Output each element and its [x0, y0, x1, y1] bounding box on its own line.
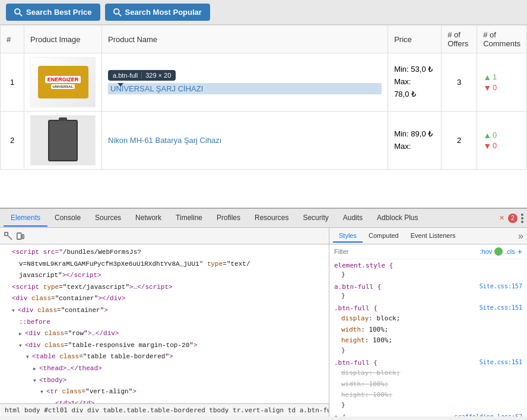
breadcrumb: html body #ctl01 div div table.table.tab…	[0, 403, 329, 416]
tooltip-size: 329 × 20	[145, 72, 171, 79]
style-close-brace: }	[334, 401, 522, 409]
styles-filter-input[interactable]	[334, 248, 478, 255]
product-image-2	[24, 112, 102, 170]
svg-line-3	[118, 13, 120, 15]
element-line[interactable]: javascript"></script>	[0, 270, 329, 282]
element-line[interactable]: ::before	[0, 317, 329, 329]
col-header-price: Price	[388, 26, 442, 53]
devtools-tabbar: Elements Console Sources Network Timelin…	[0, 209, 527, 228]
style-close-brace: }	[334, 292, 522, 300]
table-row: 2 Nikon MH-61 Batarya Şarj Cihazı Min: 8…	[1, 112, 527, 170]
tab-profiles[interactable]: Profiles	[209, 210, 247, 227]
elements-panel: <script src="/bundles/WebFormsJs? v=N8tv…	[0, 228, 329, 416]
style-selector: .btn-full { Site.css:151	[334, 304, 522, 312]
element-line[interactable]: v=N8tvmL9KraMLGAMFuPycfH3pXe6uU1RXdhtYv8…	[0, 259, 329, 271]
svg-point-0	[15, 8, 20, 14]
style-selector: a.btn-full { Site.css:157	[334, 283, 522, 291]
tab-styles[interactable]: Styles	[333, 230, 363, 243]
vote-up-2: ▲ 0	[483, 131, 497, 140]
styles-content: element.style { } a.btn-full { Site.css:…	[329, 259, 527, 416]
style-rule: height: 100%;	[334, 335, 522, 346]
product-image-1: ENERGIZER UNIVERSAL	[24, 53, 102, 112]
element-line[interactable]: <div class="container">	[0, 305, 329, 317]
tooltip-box: a.btn-full 329 × 20	[108, 70, 176, 81]
col-header-name: Product Name	[102, 26, 388, 53]
product-name-link-1[interactable]: UNİVERSAL ŞARJ CİHAZI	[108, 83, 382, 94]
style-source-link-4[interactable]: scaffolding.less:52	[455, 413, 522, 416]
style-close-brace: }	[334, 271, 522, 278]
product-table: # Product Image Product Name Price # of …	[0, 25, 527, 170]
style-rule: display: block;	[334, 313, 522, 324]
product-votes-2: ▲ 0 ▼ 0	[477, 112, 527, 170]
svg-rect-4	[5, 232, 8, 235]
element-line[interactable]: <div class="table-responsive margin-top-…	[0, 340, 329, 352]
device-toggle-button[interactable]	[14, 230, 26, 242]
styles-filter-bar: :hov .cls +	[329, 244, 527, 259]
inspect-element-button[interactable]	[2, 230, 14, 242]
element-line[interactable]: <td>1</td>	[0, 398, 329, 403]
tooltip-container: a.btn-full 329 × 20	[108, 70, 176, 83]
vote-down-2: ▼ 0	[483, 141, 497, 151]
top-bar: Search Best Price Search Most Popular	[0, 0, 527, 25]
styles-panel: Styles Computed Event Listeners » :hov .…	[329, 228, 527, 416]
product-price-2: Min: 89,0 ₺ Max:	[388, 112, 442, 170]
color-picker-button[interactable]	[494, 247, 503, 256]
style-block-btnfull-2: .btn-full { Site.css:151 display: block;…	[334, 359, 522, 409]
style-block-btnfull-1: .btn-full { Site.css:151 display: block;…	[334, 304, 522, 354]
search-most-popular-label: Search Most Popular	[125, 8, 202, 17]
col-header-hash: #	[1, 26, 24, 53]
product-name-cell-2: Nikon MH-61 Batarya Şarj Cihazı	[102, 112, 388, 170]
search-icon	[14, 8, 23, 17]
style-rule-struck: height: 100%;	[334, 390, 522, 401]
product-num-1: 1	[1, 53, 24, 112]
tab-event-listeners[interactable]: Event Listeners	[405, 230, 462, 243]
cls-toggle[interactable]: .cls	[505, 248, 515, 255]
hover-toggle[interactable]: :hov	[480, 248, 493, 255]
style-selector: element.style {	[334, 262, 522, 269]
search-best-price-button[interactable]: Search Best Price	[6, 4, 100, 21]
product-name-link-2[interactable]: Nikon MH-61 Batarya Şarj Cihazı	[108, 136, 221, 145]
element-line[interactable]: <div class="row">…</div>	[0, 328, 329, 340]
svg-line-1	[20, 13, 22, 15]
element-line[interactable]: <tr class="vert-align">	[0, 386, 329, 398]
search-most-popular-button[interactable]: Search Most Popular	[105, 4, 210, 21]
arrow-up-icon: ▲	[483, 72, 491, 82]
tab-audits[interactable]: Audits	[336, 210, 370, 227]
tab-computed[interactable]: Computed	[363, 230, 405, 243]
style-source-link[interactable]: Site.css:157	[480, 283, 522, 289]
svg-rect-7	[23, 234, 24, 238]
arrow-down-icon-2: ▼	[483, 141, 491, 151]
vote-down-1: ▼ 0	[483, 83, 497, 93]
tooltip-divider	[141, 72, 142, 79]
element-line[interactable]: <table class="table table-bordered">	[0, 351, 329, 363]
col-header-offers: # of Offers	[442, 26, 477, 53]
style-source-link-3[interactable]: Site.css:151	[480, 359, 522, 365]
tab-elements[interactable]: Elements	[4, 210, 47, 227]
elements-toolbar	[0, 228, 329, 244]
more-tabs-button[interactable]: »	[518, 231, 523, 241]
search-best-price-label: Search Best Price	[26, 8, 92, 17]
style-rule-struck: display: block;	[334, 368, 522, 379]
more-options-button[interactable]	[521, 214, 523, 223]
svg-rect-6	[17, 233, 21, 239]
style-source-link-2[interactable]: Site.css:151	[480, 304, 522, 311]
element-line[interactable]: <thead>…</thead>	[0, 363, 329, 375]
product-num-2: 2	[1, 112, 24, 170]
element-line[interactable]: <script type="text/javascript">…</script…	[0, 282, 329, 294]
tab-network[interactable]: Network	[128, 210, 169, 227]
tab-security[interactable]: Security	[296, 210, 335, 227]
tab-console[interactable]: Console	[47, 210, 88, 227]
element-line[interactable]: <script src="/bundles/WebFormsJs?	[0, 247, 329, 259]
tab-adblock[interactable]: Adblock Plus	[370, 210, 425, 227]
style-close-brace: }	[334, 346, 522, 354]
tab-resources[interactable]: Resources	[247, 210, 296, 227]
tab-timeline[interactable]: Timeline	[169, 210, 209, 227]
add-style-button[interactable]: +	[518, 247, 522, 256]
tab-sources[interactable]: Sources	[88, 210, 128, 227]
style-block-abtnfull: a.btn-full { Site.css:157 }	[334, 283, 522, 300]
elements-content[interactable]: <script src="/bundles/WebFormsJs? v=N8tv…	[0, 244, 329, 403]
element-line[interactable]: <tbody>	[0, 375, 329, 387]
col-header-image: Product Image	[24, 26, 102, 53]
element-line[interactable]: <div class="container"></div>	[0, 293, 329, 305]
product-price-1: Min: 53,0 ₺ Max: 78,0 ₺	[388, 53, 442, 112]
